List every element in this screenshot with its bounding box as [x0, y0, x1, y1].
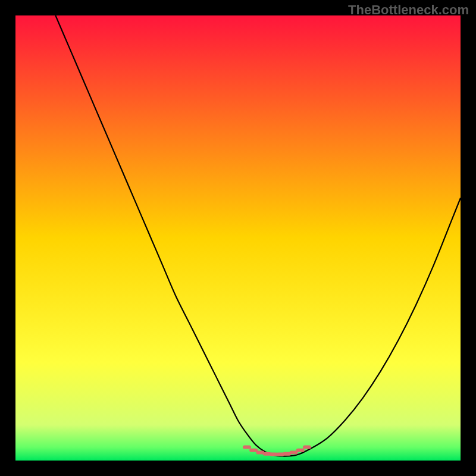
- watermark-text: TheBottleneck.com: [348, 2, 469, 18]
- chart-svg: [15, 15, 461, 461]
- chart-area: [15, 15, 461, 461]
- gradient-background: [15, 15, 461, 461]
